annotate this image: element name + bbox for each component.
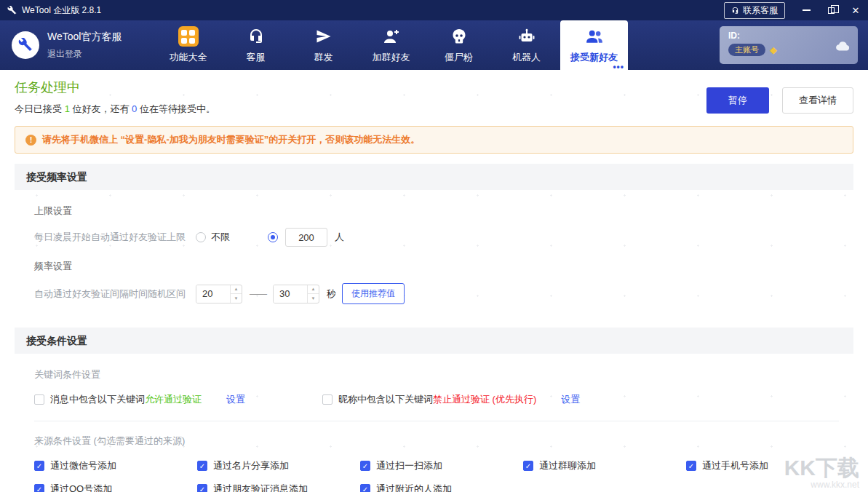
radio-option-unlimited[interactable]: 不限: [196, 231, 230, 244]
nav-item-add-group-friends[interactable]: 加群好友: [357, 20, 425, 70]
site-watermark: KK下载 www.kkx.net: [784, 456, 859, 491]
spin-up-icon[interactable]: [308, 285, 319, 295]
close-button[interactable]: ✕: [843, 0, 868, 20]
spin-up-icon[interactable]: [231, 285, 242, 295]
nav-item-label: 功能大全: [170, 51, 207, 64]
summary-prefix: 今日已接受: [15, 103, 65, 114]
accepted-count: 1: [65, 103, 70, 114]
source-options-grid: 通过微信号添加 通过名片分享添加 通过扫一扫添加 通过群聊添加 通过手机号添加 …: [34, 459, 839, 492]
radio-unlimited[interactable]: [196, 232, 206, 242]
task-status-bar: 任务处理中 今日已接受 1 位好友，还有 0 位在等待接受中。 暂停 查看详情: [0, 70, 868, 119]
checked-checkbox[interactable]: [360, 461, 370, 471]
limit-row: 每日凌晨开始自动通过好友验证上限 不限 人: [34, 228, 839, 247]
allow-keyword-group: 消息中包含以下关键词允许通过验证 设置: [34, 393, 245, 406]
allow-keyword-label: 消息中包含以下关键词允许通过验证: [50, 393, 202, 406]
use-recommended-button[interactable]: 使用推荐值: [342, 283, 405, 304]
diamond-icon: ◆: [770, 44, 777, 55]
close-icon: ✕: [852, 5, 860, 16]
source-option-group-chat[interactable]: 通过群聊添加: [523, 459, 686, 472]
nav-item-robot[interactable]: 机器人: [493, 20, 560, 70]
nav-item-features[interactable]: 功能大全: [154, 20, 222, 70]
source-option-qq-number[interactable]: 通过QQ号添加: [34, 483, 197, 492]
condition-section-body: 关键词条件设置 消息中包含以下关键词允许通过验证 设置 昵称中包含以下关键词禁止…: [15, 354, 853, 492]
account-name: WeTool官方客服: [47, 31, 122, 44]
allow-highlight: 允许通过验证: [145, 394, 202, 405]
checked-checkbox[interactable]: [197, 461, 207, 471]
pause-button[interactable]: 暂停: [706, 87, 769, 114]
spin-down-icon[interactable]: [231, 294, 242, 303]
limit-subtitle: 上限设置: [34, 205, 839, 218]
people-icon: [585, 26, 604, 47]
checked-checkbox[interactable]: [686, 461, 696, 471]
deny-keyword-label: 昵称中包含以下关键词禁止通过验证 (优先执行): [338, 393, 536, 406]
restore-button[interactable]: [819, 0, 843, 20]
cloud-sync-icon[interactable]: [835, 38, 851, 57]
watermark-title: KK下载: [784, 456, 859, 481]
rate-unit: 秒: [327, 287, 336, 301]
nav-item-label: 机器人: [512, 51, 541, 64]
frequency-section-title: 接受频率设置: [15, 164, 853, 190]
restore-icon: [828, 7, 835, 14]
deny-settings-link[interactable]: 设置: [561, 393, 580, 406]
paper-plane-icon: [315, 26, 333, 47]
checked-checkbox[interactable]: [523, 461, 533, 471]
divider: [34, 421, 839, 421]
badge-row: 主账号 ◆: [728, 44, 849, 56]
condition-settings-section: 接受条件设置 关键词条件设置 消息中包含以下关键词允许通过验证 设置 昵称中包含…: [15, 328, 853, 492]
nav-item-label: 僵尸粉: [445, 51, 473, 64]
person-add-icon: [383, 26, 400, 47]
headset-icon: [247, 26, 265, 47]
watermark-url: www.kkx.net: [784, 480, 859, 491]
checked-checkbox[interactable]: [34, 461, 44, 471]
deny-keyword-checkbox[interactable]: [322, 394, 333, 405]
limit-unit: 人: [335, 231, 344, 244]
wetool-wrench-icon: [7, 6, 17, 15]
source-option-nearby-people[interactable]: 通过附近的人添加: [360, 483, 523, 492]
checked-checkbox[interactable]: [197, 484, 207, 492]
rate-label: 自动通过好友验证间隔时间随机区间: [34, 287, 186, 301]
view-details-button[interactable]: 查看详情: [782, 87, 853, 114]
robot-icon: [518, 26, 535, 47]
warning-info-icon: [25, 135, 36, 146]
summary-suffix: 位在等待接受中。: [137, 103, 215, 114]
source-option-friend-verify-msg[interactable]: 通过朋友验证消息添加: [197, 483, 360, 492]
checked-checkbox[interactable]: [34, 484, 44, 492]
nav-item-label: 接受新好友: [570, 51, 618, 64]
warning-banner: 请先将手机微信上 “设置-隐私-加我为朋友时需要验证”的开关打开，否则该功能无法…: [15, 126, 853, 154]
keyword-subtitle: 关键词条件设置: [34, 368, 839, 381]
daily-limit-input[interactable]: [285, 228, 327, 247]
radio-limited[interactable]: [268, 232, 278, 242]
nav-item-label: 群发: [314, 51, 333, 64]
interval-max-input[interactable]: [274, 285, 307, 303]
skull-icon: [450, 26, 468, 47]
interval-max-spin: [307, 285, 319, 303]
nav-item-accept-new-friends[interactable]: 接受新好友 •••: [560, 20, 628, 70]
summary-middle: 位好友，还有: [70, 103, 132, 114]
checked-checkbox[interactable]: [360, 484, 370, 492]
logout-link[interactable]: 退出登录: [47, 48, 122, 60]
app-grid-icon: [178, 26, 199, 47]
nav-item-label: 加群好友: [373, 51, 410, 64]
nav-item-zombie-fans[interactable]: 僵尸粉: [425, 20, 493, 70]
rate-subtitle: 频率设置: [34, 260, 839, 273]
allow-settings-link[interactable]: 设置: [226, 393, 245, 406]
contact-support-button[interactable]: 联系客服: [724, 2, 785, 19]
nav-item-mass-send[interactable]: 群发: [290, 20, 357, 70]
interval-min-input[interactable]: [196, 285, 230, 303]
warning-text: 请先将手机微信上 “设置-隐私-加我为朋友时需要验证”的开关打开，否则该功能无法…: [42, 133, 420, 146]
source-option-scan-qr[interactable]: 通过扫一扫添加: [360, 459, 523, 472]
minimize-button[interactable]: [794, 0, 819, 20]
rate-row: 自动通过好友验证间隔时间随机区间 —— 秒 使用推荐值: [34, 283, 839, 304]
deny-keyword-group: 昵称中包含以下关键词禁止通过验证 (优先执行) 设置: [322, 393, 580, 406]
titlebar: WeTool 企业版 2.8.1 联系客服 ✕: [0, 0, 868, 20]
main-account-badge[interactable]: 主账号: [728, 44, 765, 56]
limit-label: 每日凌晨开始自动通过好友验证上限: [34, 231, 186, 244]
source-option-name-card[interactable]: 通过名片分享添加: [197, 459, 360, 472]
id-label: ID:: [728, 31, 849, 41]
source-option-wechat-id[interactable]: 通过微信号添加: [34, 459, 197, 472]
wetool-logo-icon: [12, 31, 39, 59]
allow-keyword-checkbox[interactable]: [34, 394, 44, 405]
radio-option-limited[interactable]: 人: [268, 228, 344, 247]
spin-down-icon[interactable]: [308, 294, 319, 303]
nav-item-customer-service[interactable]: 客服: [222, 20, 290, 70]
